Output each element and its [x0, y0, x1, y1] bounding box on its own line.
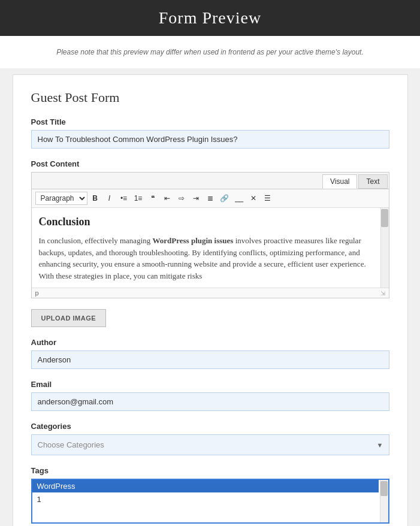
- editor-tabs: Visual Text: [32, 173, 389, 189]
- link-btn[interactable]: 🔗: [218, 192, 231, 205]
- align-center-btn[interactable]: ⇨: [175, 192, 188, 205]
- author-group: Author: [31, 338, 389, 369]
- tags-scrollbar-thumb: [380, 481, 388, 496]
- unordered-list-btn[interactable]: •≡: [117, 192, 131, 205]
- format-select[interactable]: Paragraph Heading 1 Heading 2: [35, 192, 87, 205]
- post-title-label: Post Title: [31, 117, 389, 126]
- email-group: Email: [31, 380, 389, 411]
- ordered-list-btn[interactable]: 1≡: [132, 192, 145, 205]
- page-title: Form Preview: [159, 8, 261, 27]
- editor-body: In conclusion, effectively managing Word…: [39, 235, 373, 282]
- tags-extra: 1: [37, 495, 41, 504]
- tags-selected-item: WordPress: [32, 480, 379, 492]
- scrollbar-thumb: [381, 209, 388, 227]
- tab-visual[interactable]: Visual: [322, 174, 357, 189]
- categories-group: Categories Choose Categories Technology …: [31, 422, 389, 455]
- page-header: Form Preview: [0, 0, 420, 36]
- editor-scroll-area: Conclusion In conclusion, effectively ma…: [32, 208, 389, 288]
- author-input[interactable]: [31, 350, 389, 369]
- notice-text: Please note that this preview may differ…: [56, 48, 364, 56]
- show-hide-btn[interactable]: ☰: [261, 192, 274, 205]
- post-title-input[interactable]: [31, 130, 389, 149]
- tags-scrollbar[interactable]: [380, 480, 388, 522]
- tags-input-area[interactable]: 1: [32, 492, 379, 522]
- fullscreen-btn[interactable]: ✕: [247, 192, 260, 205]
- bold-btn[interactable]: B: [89, 192, 102, 205]
- editor-bottom-bar: p ⇲: [32, 288, 389, 298]
- author-label: Author: [31, 338, 389, 347]
- italic-btn[interactable]: I: [103, 192, 116, 205]
- upload-group: UPLOAD IMAGE: [31, 309, 389, 327]
- form-container: Guest Post Form Post Title Post Content …: [13, 74, 408, 526]
- post-title-group: Post Title: [31, 117, 389, 149]
- form-title: Guest Post Form: [31, 90, 389, 105]
- editor-scrollbar[interactable]: [380, 208, 389, 288]
- align-left-btn[interactable]: ⇤: [161, 192, 174, 205]
- align-right-btn[interactable]: ⇥: [189, 192, 203, 205]
- editor-content[interactable]: Conclusion In conclusion, effectively ma…: [32, 208, 389, 288]
- more-btn[interactable]: ⎯⎯: [232, 192, 246, 205]
- resize-handle-icon: ⇲: [380, 290, 385, 297]
- bold-text: WordPress plugin issues: [153, 236, 234, 245]
- blockquote-btn[interactable]: ❝: [146, 192, 159, 205]
- tags-container[interactable]: WordPress 1: [31, 479, 389, 524]
- editor-heading: Conclusion: [39, 214, 373, 230]
- tab-text[interactable]: Text: [358, 174, 387, 189]
- outer-container: Guest Post Form Post Title Post Content …: [0, 68, 420, 526]
- editor-tag-indicator: p: [35, 289, 39, 297]
- tags-inner: WordPress 1: [32, 480, 388, 522]
- email-label: Email: [31, 380, 389, 389]
- editor-toolbar: Paragraph Heading 1 Heading 2 B I •≡ 1≡ …: [32, 189, 389, 208]
- categories-label: Categories: [31, 422, 389, 431]
- email-input[interactable]: [31, 392, 389, 411]
- categories-select-wrapper: Choose Categories Technology WordPress D…: [31, 434, 389, 455]
- post-content-label: Post Content: [31, 159, 389, 168]
- post-content-group: Post Content Visual Text Paragraph Headi…: [31, 159, 389, 298]
- notice-bar: Please note that this preview may differ…: [0, 36, 420, 68]
- categories-select[interactable]: Choose Categories Technology WordPress D…: [31, 434, 389, 455]
- justify-btn[interactable]: ≣: [204, 192, 217, 205]
- upload-image-button[interactable]: UPLOAD IMAGE: [31, 309, 107, 327]
- tags-group: Tags WordPress 1: [31, 466, 389, 524]
- editor-wrapper: Visual Text Paragraph Heading 1 Heading …: [31, 172, 389, 298]
- tags-label: Tags: [31, 466, 389, 475]
